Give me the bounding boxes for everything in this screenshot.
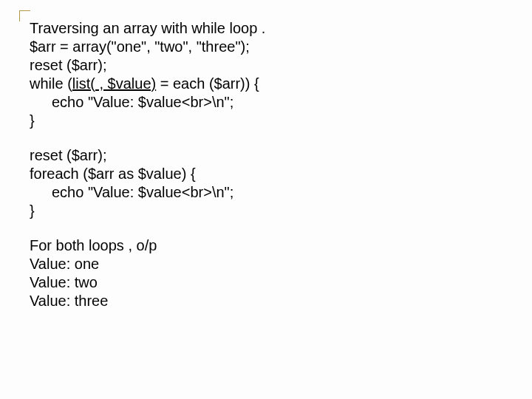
slide-content: Traversing an array with while loop . $a… xyxy=(30,19,502,327)
text-line: foreach ($arr as $value) { xyxy=(30,165,502,183)
text-span: while ( xyxy=(30,75,72,92)
underlined-text: list( , $value) xyxy=(72,75,156,92)
text-line: Value: three xyxy=(30,292,502,310)
text-line: echo "Value: $value<br>\n"; xyxy=(30,93,502,112)
text-line: } xyxy=(30,202,502,220)
text-line: } xyxy=(30,112,502,130)
code-block-while: Traversing an array with while loop . $a… xyxy=(30,19,502,130)
text-line: $arr = array("one", "two", "three"); xyxy=(30,38,502,56)
text-line: Value: one xyxy=(30,255,502,273)
text-span: = each ($arr)) { xyxy=(156,75,259,92)
text-line: Traversing an array with while loop . xyxy=(30,19,502,38)
text-line: echo "Value: $value<br>\n"; xyxy=(30,183,502,202)
output-block: For both loops , o/p Value: one Value: t… xyxy=(30,236,502,310)
text-line: Value: two xyxy=(30,273,502,292)
corner-decoration xyxy=(19,10,30,21)
text-line: while (list( , $value) = each ($arr)) { xyxy=(30,75,502,93)
code-block-foreach: reset ($arr); foreach ($arr as $value) {… xyxy=(30,146,502,220)
text-line: reset ($arr); xyxy=(30,146,502,165)
slide: Traversing an array with while loop . $a… xyxy=(0,0,532,399)
text-line: For both loops , o/p xyxy=(30,236,502,255)
text-line: reset ($arr); xyxy=(30,56,502,75)
